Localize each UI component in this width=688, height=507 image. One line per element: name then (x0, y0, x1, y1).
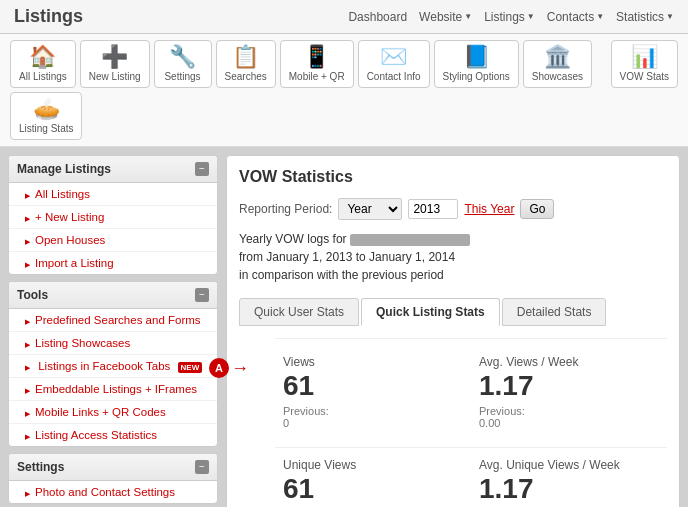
sidebar-section-settings: Settings − Photo and Contact Settings (8, 453, 218, 504)
stats-grid-wrapper: A → Views 61 Previous: 0 A (239, 338, 667, 507)
toolbar-new-listing-label: New Listing (89, 71, 141, 82)
toolbar-listing-stats-label: Listing Stats (19, 123, 73, 134)
sidebar-item-import-listing[interactable]: Import a Listing (9, 252, 217, 274)
listings-arrow: ▼ (527, 12, 535, 21)
stat-avg-unique-views-value: 1.17 (479, 474, 659, 505)
sidebar-item-mobile-links[interactable]: Mobile Links + QR Codes (9, 401, 217, 424)
period-select[interactable]: Year Month Week (338, 198, 402, 220)
yearly-desc-line3: in comparison with the previous period (239, 268, 444, 282)
manage-listings-title: Manage Listings (17, 162, 111, 176)
manage-listings-header: Manage Listings − (9, 156, 217, 183)
sidebar-item-photo-contact-settings[interactable]: Photo and Contact Settings (9, 481, 217, 503)
this-year-link[interactable]: This Year (464, 202, 514, 216)
stat-unique-views-label: Unique Views (283, 458, 463, 472)
sidebar-item-facebook-tabs[interactable]: Listings in Facebook Tabs NEW (9, 355, 217, 378)
sidebar: Manage Listings − All Listings + New Lis… (8, 155, 218, 507)
stat-avg-unique-views-week: Avg. Unique Views / Week 1.17 Previous: … (471, 452, 667, 507)
book-icon: 📘 (463, 46, 490, 68)
nav-website[interactable]: Website ▼ (419, 10, 472, 24)
toolbar-contact-info-label: Contact Info (367, 71, 421, 82)
toolbar-showcases-label: Showcases (532, 71, 583, 82)
tools-title: Tools (17, 288, 48, 302)
settings-header: Settings − (9, 454, 217, 481)
sidebar-item-new-listing[interactable]: + New Listing (9, 206, 217, 229)
toolbar-searches-label: Searches (225, 71, 267, 82)
toolbar-all-listings-label: All Listings (19, 71, 67, 82)
nav-listings[interactable]: Listings ▼ (484, 10, 535, 24)
facebook-tabs-label: Listings in Facebook Tabs (38, 360, 170, 372)
sidebar-item-predefined-searches[interactable]: Predefined Searches and Forms (9, 309, 217, 332)
toolbar: 🏠 All Listings ➕ New Listing 🔧 Settings … (0, 34, 688, 147)
columns-icon: 🏛️ (544, 46, 571, 68)
toolbar-settings[interactable]: 🔧 Settings (154, 40, 212, 88)
sidebar-section-manage-listings: Manage Listings − All Listings + New Lis… (8, 155, 218, 275)
yearly-desc-line2: from January 1, 2013 to January 1, 2014 (239, 250, 455, 264)
stat-avg-views-label: Avg. Views / Week (479, 355, 659, 369)
app-title: Listings (14, 6, 83, 27)
tools-collapse[interactable]: − (195, 288, 209, 302)
plus-icon: ➕ (101, 46, 128, 68)
manage-listings-collapse[interactable]: − (195, 162, 209, 176)
statistics-arrow: ▼ (666, 12, 674, 21)
divider-1 (275, 447, 667, 448)
vow-stats-title: VOW Statistics (239, 168, 667, 186)
yearly-desc-line1: Yearly VOW logs for (239, 232, 347, 246)
toolbar-styling-options-label: Styling Options (443, 71, 510, 82)
main-container: Manage Listings − All Listings + New Lis… (0, 147, 688, 507)
stat-avg-unique-views-label: Avg. Unique Views / Week (479, 458, 659, 472)
new-badge: NEW (178, 362, 203, 373)
mail-icon: ✉️ (380, 46, 407, 68)
go-button[interactable]: Go (520, 199, 554, 219)
top-nav: Listings Dashboard Website ▼ Listings ▼ … (0, 0, 688, 34)
sidebar-item-embeddable-listings[interactable]: Embeddable Listings + IFrames (9, 378, 217, 401)
stats-grid: Views 61 Previous: 0 Avg. Views / Week 1… (275, 338, 667, 507)
year-input[interactable]: 2013 (408, 199, 458, 219)
toolbar-vow-stats-label: VOW Stats (620, 71, 669, 82)
sidebar-item-listing-access-stats[interactable]: Listing Access Statistics (9, 424, 217, 446)
tools-header: Tools − (9, 282, 217, 309)
home-icon: 🏠 (29, 46, 56, 68)
toolbar-styling-options[interactable]: 📘 Styling Options (434, 40, 519, 88)
tab-quick-listing-stats[interactable]: Quick Listing Stats (361, 298, 500, 326)
main-content: VOW Statistics Reporting Period: Year Mo… (226, 155, 680, 507)
toolbar-mobile-qr-label: Mobile + QR (289, 71, 345, 82)
sidebar-item-listing-showcases[interactable]: Listing Showcases (9, 332, 217, 355)
annotation-arrow: → (231, 359, 249, 377)
reporting-period-label: Reporting Period: (239, 202, 332, 216)
clipboard-icon: 📋 (232, 46, 259, 68)
stat-avg-views-previous: Previous: 0.00 (479, 405, 659, 429)
toolbar-vow-stats[interactable]: 📊 VOW Stats (611, 40, 678, 88)
pie-chart-icon: 🥧 (33, 98, 60, 120)
nav-dashboard[interactable]: Dashboard (348, 10, 407, 24)
sidebar-section-tools: Tools − Predefined Searches and Forms Li… (8, 281, 218, 447)
stat-views-previous: Previous: 0 (283, 405, 463, 429)
stat-views: Views 61 Previous: 0 (275, 349, 471, 443)
nav-contacts[interactable]: Contacts ▼ (547, 10, 604, 24)
toolbar-settings-label: Settings (164, 71, 200, 82)
stat-unique-views-value: 61 (283, 474, 463, 505)
top-nav-links: Dashboard Website ▼ Listings ▼ Contacts … (348, 10, 674, 24)
stat-unique-views: Unique Views 61 Previous: 0 (275, 452, 471, 507)
toolbar-searches[interactable]: 📋 Searches (216, 40, 276, 88)
toolbar-all-listings[interactable]: 🏠 All Listings (10, 40, 76, 88)
wrench-icon: 🔧 (169, 46, 196, 68)
settings-collapse[interactable]: − (195, 460, 209, 474)
toolbar-new-listing[interactable]: ➕ New Listing (80, 40, 150, 88)
toolbar-listing-stats[interactable]: 🥧 Listing Stats (10, 92, 82, 140)
toolbar-contact-info[interactable]: ✉️ Contact Info (358, 40, 430, 88)
toolbar-mobile-qr[interactable]: 📱 Mobile + QR (280, 40, 354, 88)
toolbar-showcases[interactable]: 🏛️ Showcases (523, 40, 592, 88)
sidebar-item-open-houses[interactable]: Open Houses (9, 229, 217, 252)
redacted-name (350, 234, 470, 246)
stat-views-label: Views (283, 355, 463, 369)
stat-avg-views-week: Avg. Views / Week 1.17 Previous: 0.00 (471, 349, 667, 443)
reporting-period-row: Reporting Period: Year Month Week 2013 T… (239, 198, 667, 220)
nav-statistics[interactable]: Statistics ▼ (616, 10, 674, 24)
mobile-icon: 📱 (303, 46, 330, 68)
annotation-a: A (209, 358, 229, 378)
stats-tabs: Quick User Stats Quick Listing Stats Det… (239, 298, 667, 326)
stat-avg-views-value: 1.17 (479, 371, 659, 402)
tab-quick-user-stats[interactable]: Quick User Stats (239, 298, 359, 326)
tab-detailed-stats[interactable]: Detailed Stats (502, 298, 607, 326)
sidebar-item-all-listings[interactable]: All Listings (9, 183, 217, 206)
